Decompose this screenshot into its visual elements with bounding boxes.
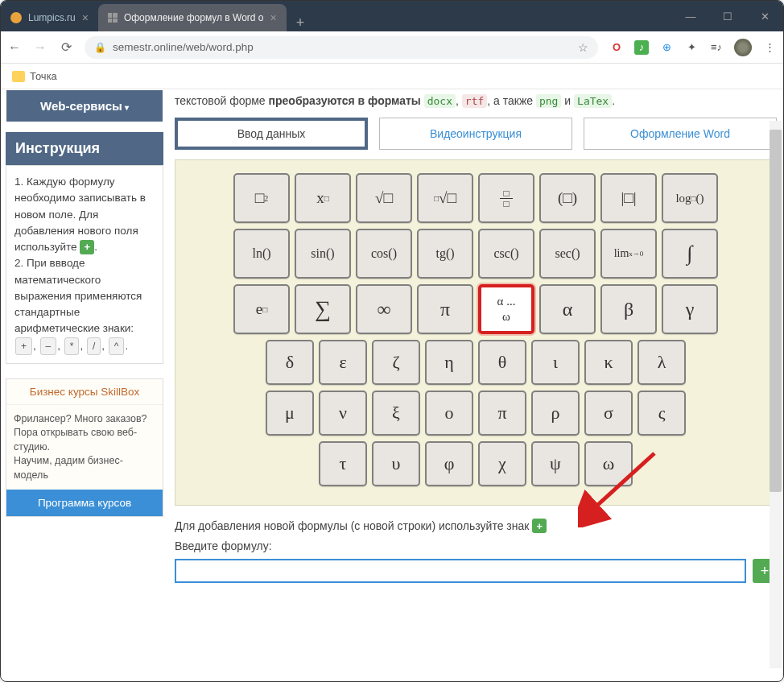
tab-input[interactable]: Ввод данных [175,118,368,150]
bookmarks-bar: Точка [1,64,783,89]
instruction-header: Инструкция [6,132,163,165]
keyboard-panel: □2 x□ √□ □√□ □□ (□) |□| log□() ln() sin(… [175,159,777,506]
key-nroot[interactable]: □√□ [417,173,473,223]
key-tau[interactable]: τ [319,441,367,486]
menu-icon[interactable]: ⋮ [762,40,777,55]
plus-badge: + [80,240,94,254]
browser-tab-2[interactable]: Оформление формул в Word о × [98,4,287,31]
key-eta[interactable]: η [425,340,473,385]
key-mu[interactable]: μ [266,391,314,436]
key-beta[interactable]: β [600,284,657,334]
tab-word[interactable]: Оформление Word [584,118,777,150]
input-label: Введите формулу: [175,539,777,552]
maximize-button[interactable]: ☐ [709,1,746,31]
code-rtf: rtf [462,94,487,108]
key-alpha[interactable]: α [539,284,596,334]
key-sigma[interactable]: σ [584,391,633,436]
key-exp[interactable]: e□ [233,284,290,334]
tab-video[interactable]: Видеоинструкция [379,118,572,150]
key-ln[interactable]: ln() [233,229,290,279]
address-bar[interactable]: 🔒 semestr.online/web/word.php ☆ [85,36,598,59]
ad-header: Бизнес курсы SkillBox [6,379,163,405]
favicon-icon [108,13,118,23]
key-iota[interactable]: ι [531,340,580,385]
key-pi2[interactable]: π [478,391,526,436]
key-tg[interactable]: tg() [417,229,473,279]
key-gamma[interactable]: γ [662,284,718,334]
close-icon[interactable]: × [82,11,89,24]
formula-input[interactable] [175,559,746,583]
ext-icon-3[interactable]: ⊕ [659,40,674,55]
key-delta[interactable]: δ [266,340,314,385]
ad-block: Бизнес курсы SkillBox Фрилансер? Много з… [6,378,163,518]
key-div: / [87,337,101,355]
key-psi[interactable]: ψ [531,441,580,486]
key-sum[interactable]: ∑ [295,284,351,334]
kb-row-6: τ υ φ χ ψ ω [187,441,765,486]
key-frac[interactable]: □□ [478,173,534,223]
key-chi[interactable]: χ [478,441,526,486]
key-sqrt[interactable]: √□ [356,173,412,223]
kb-row-1: □2 x□ √□ □√□ □□ (□) |□| log□() [187,173,765,223]
reload-button[interactable]: ⟳ [59,39,73,55]
key-omega[interactable]: ω [584,441,633,486]
browser-window: Lumpics.ru × Оформление формул в Word о … [0,0,784,682]
back-button[interactable]: ← [7,40,22,55]
star-icon[interactable]: ☆ [578,41,588,54]
favicon-icon [10,12,22,23]
scrollbar-thumb[interactable] [770,130,782,492]
key-omicron[interactable]: ο [425,391,473,436]
key-mul: * [64,337,80,355]
key-nu[interactable]: ν [319,391,367,436]
key-greek-panel[interactable]: α ...ω [478,284,534,334]
minimize-button[interactable]: ― [672,1,709,31]
key-abs[interactable]: |□| [600,173,657,223]
close-button[interactable]: ✕ [746,1,783,31]
key-pow[interactable]: x□ [295,173,351,223]
key-log[interactable]: log□() [662,173,718,223]
key-xi[interactable]: ξ [372,391,420,436]
forward-button[interactable]: → [33,40,47,55]
puzzle-icon[interactable]: ✦ [684,40,699,55]
key-int[interactable]: ∫ [662,229,718,279]
key-kappa[interactable]: κ [584,340,633,385]
main-tabs: Ввод данных Видеоинструкция Оформление W… [175,118,777,150]
chevron-down-icon: ▾ [125,103,129,112]
key-eps[interactable]: ε [319,340,367,385]
tab-label: Lumpics.ru [28,12,76,23]
key-sigma2[interactable]: ς [638,391,686,436]
ext-icon-1[interactable]: O [609,40,624,55]
ext-icon-2[interactable]: ♪ [634,40,649,55]
bookmark-item[interactable]: Точка [30,70,57,82]
close-icon[interactable]: × [270,11,277,24]
key-sq[interactable]: □2 [233,173,290,223]
key-sin[interactable]: sin() [295,229,351,279]
key-sec[interactable]: sec() [539,229,596,279]
key-rho[interactable]: ρ [531,391,580,436]
key-phi[interactable]: φ [425,441,473,486]
new-tab-button[interactable]: + [287,14,315,31]
key-plus: + [15,337,32,355]
extensions: O ♪ ⊕ ✦ ≡♪ ⋮ [609,39,777,56]
key-lambda[interactable]: λ [638,340,686,385]
key-inf[interactable]: ∞ [356,284,412,334]
key-ups[interactable]: υ [372,441,420,486]
web-services-dropdown[interactable]: Web-сервисы▾ [6,89,163,122]
key-paren[interactable]: (□) [539,173,596,223]
sidebar: Web-сервисы▾ Инструкция 1. Каждую формул… [1,89,168,681]
avatar-icon[interactable] [734,39,752,56]
key-lim[interactable]: limx→0 [600,229,657,279]
key-pi[interactable]: π [417,284,473,334]
key-zeta[interactable]: ζ [372,340,420,385]
key-csc[interactable]: csc() [478,229,534,279]
ext-icon-4[interactable]: ≡♪ [709,40,724,55]
titlebar: Lumpics.ru × Оформление формул в Word о … [1,1,783,31]
key-theta[interactable]: θ [478,340,526,385]
kb-row-3: e□ ∑ ∞ π α ...ω α β γ [187,284,765,334]
ad-cta-button[interactable]: Программа курсов [6,490,163,516]
browser-tab-1[interactable]: Lumpics.ru × [1,4,98,31]
lock-icon: 🔒 [94,42,106,53]
instruction-body: 1. Каждую формулу необходимо записывать … [6,165,163,364]
key-cos[interactable]: cos() [356,229,412,279]
kb-row-4: δ ε ζ η θ ι κ λ [187,340,765,385]
